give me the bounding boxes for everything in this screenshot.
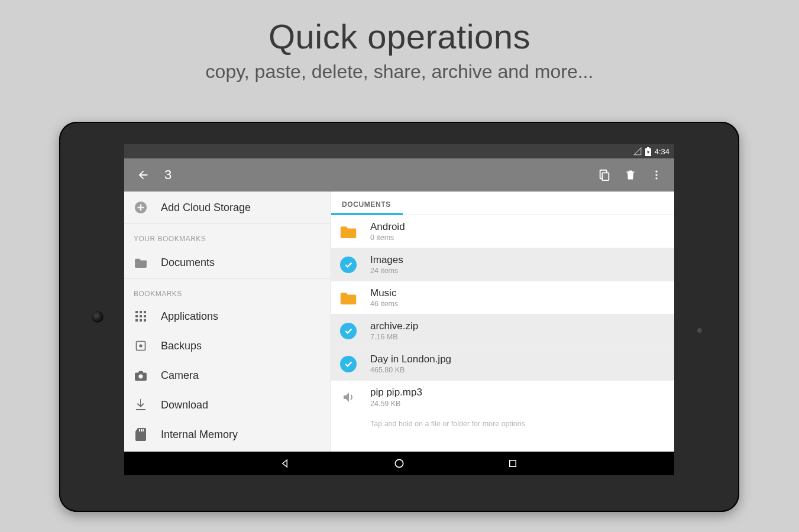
back-button[interactable] xyxy=(134,166,153,184)
svg-rect-13 xyxy=(135,319,138,322)
svg-rect-19 xyxy=(139,429,140,432)
file-meta: 24.59 KB xyxy=(370,400,422,408)
file-row-images[interactable]: Images 24 items xyxy=(331,248,674,281)
signal-icon xyxy=(633,147,642,155)
svg-rect-7 xyxy=(135,311,138,313)
file-meta: 24 items xyxy=(370,267,403,275)
svg-rect-1 xyxy=(647,147,649,148)
svg-point-17 xyxy=(140,345,141,346)
battery-icon xyxy=(645,147,651,156)
tablet-frame: 4:34 3 xyxy=(59,122,739,512)
file-meta: 46 items xyxy=(370,300,398,308)
svg-point-18 xyxy=(138,374,143,378)
svg-point-5 xyxy=(655,177,657,179)
file-row-music[interactable]: Music 46 items xyxy=(331,281,674,314)
delete-button[interactable] xyxy=(617,162,643,188)
svg-point-3 xyxy=(655,171,657,173)
svg-rect-10 xyxy=(135,315,138,317)
file-row-android[interactable]: Android 0 items xyxy=(331,215,674,248)
svg-rect-21 xyxy=(143,429,144,432)
svg-rect-15 xyxy=(144,319,146,322)
sidebar-item-documents[interactable]: Documents xyxy=(124,246,331,278)
selection-count: 3 xyxy=(164,167,172,183)
status-time: 4:34 xyxy=(655,147,669,156)
content-pane: DOCUMENTS Android 0 items xyxy=(331,192,674,452)
selected-check-icon xyxy=(339,256,357,274)
svg-rect-9 xyxy=(144,311,146,313)
nav-recents-button[interactable] xyxy=(506,457,519,470)
plus-circle-icon xyxy=(134,201,148,214)
file-name: pip pip.mp3 xyxy=(370,387,422,398)
svg-rect-11 xyxy=(140,315,142,317)
tablet-indicator xyxy=(697,328,702,333)
tablet-camera xyxy=(92,311,103,323)
svg-rect-2 xyxy=(602,173,609,180)
hero-subtitle: copy, paste, delete, share, archive and … xyxy=(0,61,799,83)
tab-label: DOCUMENTS xyxy=(342,200,391,209)
folder-icon xyxy=(134,257,148,268)
file-name: archive.zip xyxy=(370,320,418,332)
svg-point-22 xyxy=(395,459,403,467)
app-bar: 3 xyxy=(124,158,674,192)
file-meta: 0 items xyxy=(370,233,405,242)
apps-icon xyxy=(134,311,148,322)
sidebar-item-label: Download xyxy=(161,399,208,411)
folder-icon xyxy=(339,289,357,307)
file-list: Android 0 items Images 24 items xyxy=(331,215,674,452)
sidebar-item-download[interactable]: Download xyxy=(124,390,331,420)
file-name: Images xyxy=(370,254,403,266)
folder-icon xyxy=(339,223,357,241)
sidebar-item-camera[interactable]: Camera xyxy=(124,361,331,390)
svg-rect-20 xyxy=(141,429,142,432)
sidebar-item-label: Applications xyxy=(161,310,218,323)
download-icon xyxy=(134,399,148,411)
svg-rect-23 xyxy=(510,460,516,467)
file-name: Day in London.jpg xyxy=(370,353,451,365)
sidebar-item-label: Internal Memory xyxy=(161,429,238,441)
backup-icon xyxy=(134,340,148,352)
hint-text: Tap and hold on a file or folder for mor… xyxy=(331,414,674,428)
svg-point-4 xyxy=(655,174,657,176)
android-nav-bar xyxy=(124,452,674,475)
sidebar-item-label: Backups xyxy=(161,340,202,352)
sidebar: Add Cloud Storage YOUR BOOKMARKS Documen… xyxy=(124,192,331,452)
tab-underline xyxy=(331,213,403,215)
file-row-archive[interactable]: archive.zip 7.16 MB xyxy=(331,314,674,348)
copy-button[interactable] xyxy=(591,162,617,188)
bookmarks-header: BOOKMARKS xyxy=(124,278,331,301)
screen: 4:34 3 xyxy=(124,144,674,475)
status-bar: 4:34 xyxy=(124,144,674,158)
sidebar-item-internal-memory[interactable]: Internal Memory xyxy=(124,420,331,449)
selected-check-icon xyxy=(339,322,357,340)
file-name: Music xyxy=(370,287,398,299)
sidebar-item-applications[interactable]: Applications xyxy=(124,301,331,331)
nav-back-button[interactable] xyxy=(279,457,292,470)
file-name: Android xyxy=(370,221,405,233)
tab-bar: DOCUMENTS xyxy=(331,192,674,215)
sidebar-item-backups[interactable]: Backups xyxy=(124,331,331,361)
file-meta: 465.80 KB xyxy=(370,366,451,374)
sidebar-item-label: Camera xyxy=(161,369,199,382)
selected-check-icon xyxy=(339,355,357,373)
svg-rect-14 xyxy=(140,319,142,322)
file-row-pip-pip[interactable]: pip pip.mp3 24.59 KB xyxy=(331,381,674,414)
svg-rect-12 xyxy=(144,315,146,317)
camera-icon xyxy=(134,370,148,381)
nav-home-button[interactable] xyxy=(393,457,406,470)
add-cloud-storage[interactable]: Add Cloud Storage xyxy=(124,192,331,223)
add-cloud-label: Add Cloud Storage xyxy=(161,202,251,214)
sdcard-icon xyxy=(134,428,148,441)
hero-title: Quick operations xyxy=(0,17,799,56)
file-row-day-in-london[interactable]: Day in London.jpg 465.80 KB xyxy=(331,348,674,381)
audio-icon xyxy=(339,388,357,406)
tab-documents[interactable]: DOCUMENTS xyxy=(331,200,402,215)
file-meta: 7.16 MB xyxy=(370,333,418,341)
your-bookmarks-header: YOUR BOOKMARKS xyxy=(124,223,331,246)
overflow-button[interactable] xyxy=(643,162,669,188)
sidebar-item-label: Documents xyxy=(161,257,215,269)
svg-rect-8 xyxy=(140,311,142,313)
